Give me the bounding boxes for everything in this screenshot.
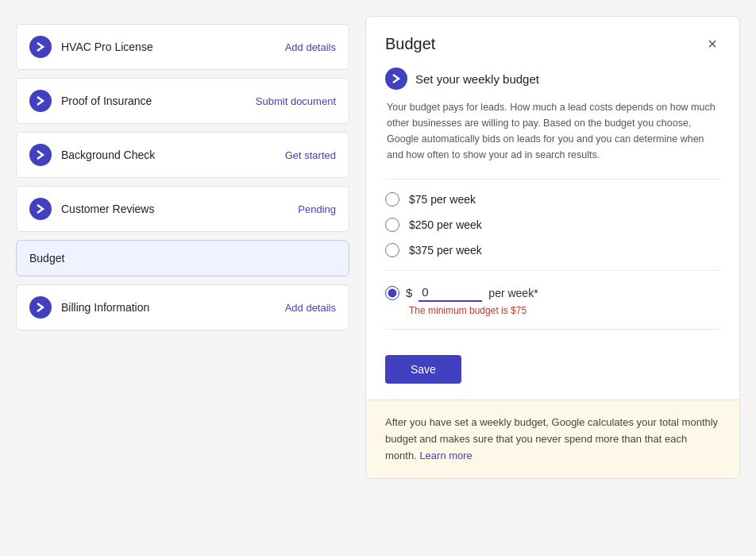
list-item-billing-left: Billing Information [29, 296, 149, 319]
hvac-action[interactable]: Add details [285, 41, 336, 53]
radio-250-label[interactable]: $250 per week [409, 218, 482, 231]
hvac-icon [29, 36, 52, 58]
close-button[interactable]: × [704, 33, 720, 55]
list-item-bg-left: Background Check [29, 144, 155, 166]
list-item-reviews-left: Customer Reviews [29, 198, 154, 220]
reviews-label: Customer Reviews [61, 203, 154, 215]
bg-check-action[interactable]: Get started [285, 149, 336, 161]
budget-title: Budget [385, 35, 435, 53]
per-week-label: per week* [488, 287, 538, 299]
bg-check-label: Background Check [61, 149, 155, 161]
divider-middle [385, 270, 720, 271]
divider-top [385, 179, 720, 180]
bg-check-icon [29, 144, 52, 166]
radio-375[interactable] [385, 243, 399, 257]
arrow-right-icon-3 [34, 149, 47, 161]
hvac-label: HVAC Pro License [61, 41, 153, 53]
page-container: HVAC Pro License Add details Proof of In… [16, 16, 740, 479]
arrow-right-icon-5 [34, 301, 47, 314]
budget-header: Budget × [366, 17, 739, 68]
radio-75-label[interactable]: $75 per week [409, 193, 476, 206]
save-button[interactable]: Save [385, 355, 461, 384]
list-item-budget-left: Budget [29, 252, 64, 264]
set-budget-row: Set your weekly budget [385, 68, 720, 90]
list-item-background-check[interactable]: Background Check Get started [16, 132, 349, 178]
list-item-hvac-left: HVAC Pro License [29, 36, 153, 58]
list-item-customer-reviews[interactable]: Customer Reviews Pending [16, 186, 349, 232]
billing-action[interactable]: Add details [285, 302, 336, 314]
insurance-label: Proof of Insurance [61, 95, 152, 107]
radio-option-375: $375 per week [385, 243, 720, 257]
learn-more-link[interactable]: Learn more [419, 450, 472, 461]
left-panel: HVAC Pro License Add details Proof of In… [16, 16, 349, 479]
set-budget-label: Set your weekly budget [415, 72, 539, 86]
radio-custom[interactable] [385, 286, 399, 300]
insurance-icon [29, 90, 52, 112]
arrow-right-icon-2 [34, 95, 47, 107]
radio-375-label[interactable]: $375 per week [409, 244, 482, 257]
reviews-action: Pending [298, 203, 336, 215]
insurance-action[interactable]: Submit document [256, 95, 336, 107]
reviews-icon [29, 198, 52, 220]
list-item-proof-insurance[interactable]: Proof of Insurance Submit document [16, 78, 349, 124]
radio-option-75: $75 per week [385, 192, 720, 207]
divider-bottom [385, 329, 720, 330]
dollar-sign: $ [406, 286, 412, 299]
custom-amount-input[interactable] [418, 284, 482, 302]
billing-label: Billing Information [61, 301, 149, 314]
list-item-budget[interactable]: Budget [16, 240, 349, 276]
billing-icon [29, 296, 52, 319]
list-item-insurance-left: Proof of Insurance [29, 90, 152, 112]
min-budget-message: The minimum budget is $75 [409, 305, 720, 316]
set-budget-icon [385, 68, 407, 90]
arrow-right-icon [34, 41, 47, 53]
radio-250[interactable] [385, 218, 399, 232]
info-footer: After you have set a weekly budget, Goog… [366, 400, 739, 478]
budget-body: Set your weekly budget Your budget pays … [366, 68, 739, 400]
arrow-right-icon-6 [390, 72, 403, 85]
radio-75[interactable] [385, 192, 399, 207]
radio-option-250: $250 per week [385, 218, 720, 232]
budget-description: Your budget pays for leads. How much a l… [385, 99, 720, 163]
list-item-billing[interactable]: Billing Information Add details [16, 284, 349, 330]
budget-nav-label: Budget [29, 252, 64, 264]
right-panel: Budget × Set your weekly budget Your bud… [365, 16, 740, 479]
arrow-right-icon-4 [34, 203, 47, 215]
custom-amount-row: $ per week* [385, 284, 720, 302]
list-item-hvac-license[interactable]: HVAC Pro License Add details [16, 24, 349, 70]
